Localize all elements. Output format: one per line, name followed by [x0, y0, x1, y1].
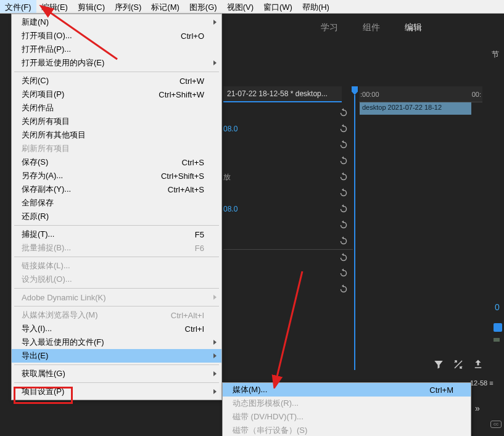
- mi-link-media: 链接媒体(L)...: [12, 259, 221, 273]
- mi-export[interactable]: 导出(E): [12, 349, 221, 363]
- playhead[interactable]: [352, 86, 358, 370]
- filter-icons: [433, 359, 484, 370]
- menu-marker[interactable]: 标记(M): [146, 0, 184, 13]
- chevron-right-icon: [213, 295, 217, 300]
- mi-get-properties[interactable]: 获取属性(G): [12, 367, 221, 380]
- mi-export-mogrt: 动态图形模板(R)...: [223, 397, 471, 410]
- right-value: 0: [495, 302, 500, 312]
- double-chevron-icon[interactable]: »: [475, 403, 480, 413]
- undo-icon[interactable]: [338, 155, 349, 167]
- undo-icon[interactable]: [338, 204, 349, 215]
- menu-graphics[interactable]: 图形(G): [184, 0, 222, 13]
- mi-revert[interactable]: 还原(R): [12, 210, 221, 223]
- mi-export-tape-serial: 磁带（串行设备）(S): [223, 424, 471, 436]
- captions-icon[interactable]: cc: [490, 421, 502, 428]
- mi-save-all[interactable]: 全部保存: [12, 196, 221, 210]
- chevron-right-icon: [213, 389, 217, 394]
- separator: [14, 306, 219, 306]
- mi-new[interactable]: 新建(N): [12, 15, 221, 29]
- ws-tab-learn[interactable]: 学习: [321, 22, 338, 33]
- menu-edit[interactable]: 编辑(E): [36, 0, 73, 13]
- mi-close-all-other[interactable]: 关闭所有其他项目: [12, 128, 221, 142]
- undo-icon[interactable]: [338, 252, 349, 263]
- timecode-start: :00:00: [360, 91, 379, 98]
- mi-dynamic-link: Adobe Dynamic Link(K): [12, 290, 221, 304]
- source-panel-tab[interactable]: 21-07-22 18-12-58 * desktop...: [223, 86, 342, 102]
- mi-batch-capture: 批量捕捉(B)...F6: [12, 241, 221, 255]
- mi-close-production[interactable]: 关闭作品: [12, 101, 221, 115]
- mi-save-copy[interactable]: 保存副本(Y)...Ctrl+Alt+S: [12, 183, 221, 196]
- chevron-right-icon: [213, 353, 217, 358]
- clip-suffix-label: 12-58 ≡: [470, 379, 494, 387]
- export-submenu: 媒体(M)...Ctrl+M 动态图形模板(R)... 磁带 (DV/HDV)(…: [222, 382, 471, 436]
- mi-import[interactable]: 导入(I)...Ctrl+I: [12, 322, 221, 335]
- mi-save[interactable]: 保存(S)Ctrl+S: [12, 155, 221, 169]
- separator: [14, 382, 219, 383]
- chevron-right-icon: [213, 340, 217, 345]
- ws-tab-assembly[interactable]: 组件: [363, 22, 380, 33]
- marker-chip[interactable]: [494, 323, 502, 332]
- workspace-tabs: 学习 组件 编辑: [321, 22, 422, 33]
- mi-capture[interactable]: 捕捉(T)...F5: [12, 228, 221, 241]
- history-value-1: 08.0: [223, 125, 238, 133]
- menu-file[interactable]: 文件(F): [0, 0, 36, 13]
- mi-import-recent[interactable]: 导入最近使用的文件(F): [12, 335, 221, 349]
- mi-export-tape-dv: 磁带 (DV/HDV)(T)...: [223, 410, 471, 424]
- timeline-clip[interactable]: desktop 2021-07-22 18-12: [360, 102, 471, 115]
- chevron-right-icon: [213, 371, 217, 376]
- menu-help[interactable]: 帮助(H): [297, 0, 334, 13]
- mi-export-media[interactable]: 媒体(M)...Ctrl+M: [223, 383, 471, 397]
- undo-icon[interactable]: [338, 220, 349, 231]
- menu-sequence[interactable]: 序列(S): [110, 0, 146, 13]
- mi-refresh-all: 刷新所有项目: [12, 142, 221, 155]
- separator: [14, 257, 219, 257]
- random-icon[interactable]: [453, 359, 464, 370]
- mi-open-recent[interactable]: 打开最近使用的内容(E): [12, 56, 221, 70]
- funnel-icon[interactable]: [433, 359, 444, 370]
- mi-open-production[interactable]: 打开作品(P)...: [12, 43, 221, 56]
- undo-icon[interactable]: [338, 123, 349, 134]
- separator: [14, 72, 219, 72]
- file-menu-dropdown: 新建(N) 打开项目(O)...Ctrl+O 打开作品(P)... 打开最近使用…: [11, 14, 222, 400]
- mi-make-offline: 设为脱机(O)...: [12, 273, 221, 286]
- marker-chip-dark: [494, 338, 500, 342]
- mi-close[interactable]: 关闭(C)Ctrl+W: [12, 74, 221, 88]
- undo-icon[interactable]: [338, 139, 349, 150]
- separator: [14, 288, 219, 289]
- undo-icon[interactable]: [338, 171, 349, 183]
- chevron-right-icon: [213, 20, 217, 25]
- undo-icon[interactable]: [338, 107, 349, 118]
- menu-window[interactable]: 窗口(W): [258, 0, 297, 13]
- history-value-2: 08.0: [223, 205, 238, 213]
- mi-close-all-projects[interactable]: 关闭所有项目: [12, 115, 221, 128]
- separator: [14, 225, 219, 226]
- undo-icon[interactable]: [338, 236, 349, 247]
- undo-icon[interactable]: [338, 284, 349, 295]
- share-icon[interactable]: [473, 359, 484, 370]
- menu-view[interactable]: 视图(V): [222, 0, 258, 13]
- mi-close-project[interactable]: 关闭项目(P)Ctrl+Shift+W: [12, 88, 221, 101]
- menubar: 文件(F) 编辑(E) 剪辑(C) 序列(S) 标记(M) 图形(G) 视图(V…: [0, 0, 504, 14]
- history-label-play: 放: [223, 172, 231, 183]
- timecode-right: 00:: [472, 91, 481, 98]
- timeline-ruler[interactable]: :00:00 00:: [359, 86, 482, 102]
- mi-open-project[interactable]: 打开项目(O)...Ctrl+O: [12, 29, 221, 43]
- chevron-right-icon: [213, 60, 217, 65]
- history-panel: 08.0 放 08.0: [223, 105, 353, 297]
- separator: [14, 364, 219, 365]
- undo-icon[interactable]: [338, 268, 349, 279]
- mi-save-as[interactable]: 另存为(A)...Ctrl+Shift+S: [12, 169, 221, 183]
- undo-icon[interactable]: [338, 187, 349, 199]
- ws-tab-edit[interactable]: 编辑: [405, 22, 422, 33]
- right-pane-label: 节: [492, 49, 499, 60]
- menu-clip[interactable]: 剪辑(C): [73, 0, 110, 13]
- mi-project-settings[interactable]: 项目设置(P): [12, 385, 221, 398]
- mi-import-from-browser: 从媒体浏览器导入(M)Ctrl+Alt+I: [12, 308, 221, 322]
